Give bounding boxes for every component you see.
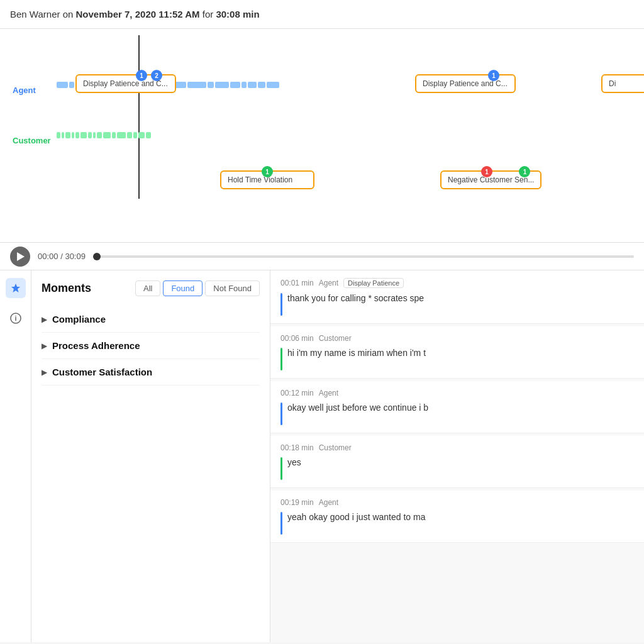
transcript-bar-4: [280, 457, 282, 480]
process-arrow: ▶: [42, 341, 47, 350]
moments-list: ▶ Compliance ▶ Process Adherence ▶ Custo…: [42, 306, 260, 386]
customer-bar: [146, 132, 151, 138]
timeline-container: Agent Customer: [0, 29, 644, 243]
transcript-time-5: 00:19 min: [280, 498, 314, 507]
main-content: i Moments All Found Not Found ▶ Complian…: [0, 270, 644, 642]
moments-panel: Moments All Found Not Found ▶ Compliance…: [31, 270, 270, 642]
customer-bar: [103, 132, 111, 138]
transcript-bar-2: [280, 348, 282, 370]
moments-section-compliance[interactable]: ▶ Compliance: [42, 306, 260, 333]
transcript-entry-5: 00:19 min Agent yeah okay good i just wa…: [270, 491, 644, 543]
transcript-row-1: thank you for calling * socrates spe: [280, 292, 634, 316]
progress-thumb[interactable]: [93, 253, 101, 260]
transcript-row-2: hi i'm my name is miriam when i'm t: [280, 347, 634, 370]
customer-label-section: Customer Satisfaction: [52, 367, 152, 377]
badge-1: 1: [136, 70, 147, 81]
customer-bar: [62, 132, 64, 138]
moment-label-4: Hold Time Violation: [228, 175, 292, 184]
compliance-label: Compliance: [52, 314, 106, 325]
transcript-text-1: thank you for calling * socrates spe: [287, 292, 424, 305]
moment-box-3[interactable]: Di: [601, 74, 644, 93]
moment-label-3: Di: [609, 79, 616, 88]
moments-title: Moments: [42, 282, 91, 295]
header-duration: 30:08 min: [216, 9, 259, 19]
transcript-bar-1: [280, 293, 282, 316]
badge-5: 1: [481, 166, 492, 177]
transcript-speaker-4: Customer: [319, 443, 352, 452]
badge-2: 2: [151, 70, 162, 81]
transcript-meta-1: 00:01 min Agent Display Patience: [280, 278, 634, 288]
transcript-meta-5: 00:19 min Agent: [280, 498, 634, 507]
moments-section-process[interactable]: ▶ Process Adherence: [42, 333, 260, 359]
transcript-panel: 00:01 min Agent Display Patience thank y…: [270, 270, 644, 642]
transcript-speaker-5: Agent: [319, 498, 338, 507]
moment-box-5[interactable]: 1 1 Negative Customer Sen...: [440, 170, 541, 189]
customer-bar: [72, 132, 74, 138]
transcript-text-3: okay well just before we continue i b: [287, 401, 428, 414]
moment-box-4[interactable]: 1 Hold Time Violation: [220, 170, 314, 189]
transcript-entry-3: 00:12 min Agent okay well just before we…: [270, 381, 644, 433]
transcript-speaker-1: Agent: [319, 279, 338, 287]
agent-bar: [242, 82, 247, 88]
moment-box-1[interactable]: 1 2 Display Patience and C...: [75, 74, 176, 93]
moments-icon[interactable]: [6, 278, 26, 298]
filter-tabs: All Found Not Found: [135, 280, 260, 296]
customer-bars: [57, 130, 631, 141]
agent-bar: [208, 82, 214, 88]
badge-4: 1: [262, 166, 273, 177]
badge-3: 1: [488, 70, 499, 81]
transcript-text-2: hi i'm my name is miriam when i'm t: [287, 347, 426, 360]
current-time: 00:00: [38, 252, 58, 261]
info-icon[interactable]: i: [6, 308, 26, 328]
moments-header: Moments All Found Not Found: [42, 280, 260, 296]
progress-track[interactable]: [93, 255, 634, 258]
transcript-bar-3: [280, 402, 282, 425]
customer-bar: [57, 132, 60, 138]
agent-bar: [175, 82, 186, 88]
filter-all[interactable]: All: [135, 280, 160, 296]
filter-found[interactable]: Found: [163, 280, 203, 296]
customer-label: Customer: [13, 136, 51, 145]
transcript-meta-3: 00:12 min Agent: [280, 389, 634, 397]
timeline-position-line: [138, 35, 140, 199]
agent-bar: [187, 82, 206, 88]
transcript-speaker-2: Customer: [319, 334, 352, 343]
transcript-row-4: yes: [280, 456, 634, 480]
play-button[interactable]: [10, 247, 30, 267]
transcript-meta-4: 00:18 min Customer: [280, 443, 634, 452]
transcript-speaker-3: Agent: [319, 389, 338, 397]
transcript-entry-1: 00:01 min Agent Display Patience thank y…: [270, 270, 644, 324]
process-label: Process Adherence: [52, 340, 140, 351]
agent-bar: [258, 82, 265, 88]
agent-label: Agent: [13, 86, 36, 95]
transcript-tag-1: Display Patience: [343, 278, 404, 288]
customer-bar: [133, 132, 137, 138]
call-header: Ben Warner on November 7, 2020 11:52 AM …: [0, 0, 644, 29]
filter-not-found[interactable]: Not Found: [205, 280, 260, 296]
play-icon: [17, 252, 25, 261]
agent-bar: [230, 82, 240, 88]
customer-bar: [75, 132, 79, 138]
customer-arrow: ▶: [42, 368, 47, 377]
svg-text:i: i: [14, 314, 16, 322]
moment-box-2[interactable]: 1 Display Patience and C...: [415, 74, 516, 93]
transcript-entry-4: 00:18 min Customer yes: [270, 436, 644, 488]
playback-bar: 00:00 / 30:09: [0, 243, 644, 270]
transcript-row-5: yeah okay good i just wanted to ma: [280, 511, 634, 535]
customer-bar: [88, 132, 92, 138]
agent-bar: [267, 82, 279, 88]
header-datetime: November 7, 2020 11:52 AM: [76, 9, 200, 19]
total-time: 30:09: [65, 252, 86, 261]
transcript-time-1: 00:01 min: [280, 279, 314, 287]
timeline-tracks: Agent Customer: [0, 35, 644, 199]
moments-section-customer[interactable]: ▶ Customer Satisfaction: [42, 359, 260, 386]
agent-bar: [57, 82, 68, 88]
transcript-time-4: 00:18 min: [280, 443, 314, 452]
side-icons-panel: i: [0, 270, 31, 642]
customer-bar: [117, 132, 126, 138]
agent-bar: [248, 82, 257, 88]
transcript-text-5: yeah okay good i just wanted to ma: [287, 511, 425, 524]
header-suffix: for: [203, 9, 214, 19]
transcript-time-2: 00:06 min: [280, 334, 314, 343]
customer-bar: [93, 132, 96, 138]
